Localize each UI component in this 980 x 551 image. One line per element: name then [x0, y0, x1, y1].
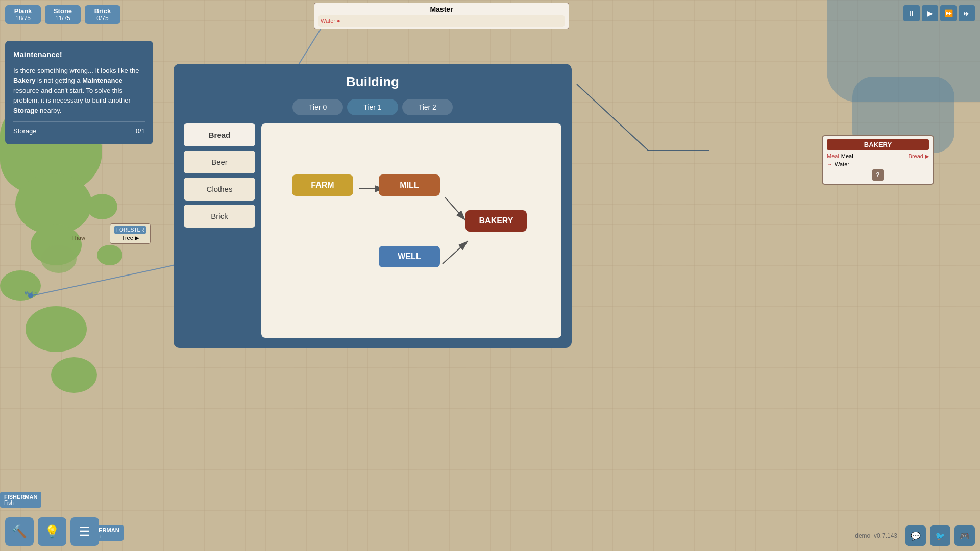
- fast-forward-button[interactable]: ⏩: [940, 5, 957, 21]
- recipe-list: Bread Beer Clothes Brick: [184, 123, 255, 338]
- plank-resource: Plank 18/75: [5, 5, 41, 24]
- bakery-water-arrow: →: [827, 161, 832, 167]
- dialog-content: Bread Beer Clothes Brick: [184, 123, 561, 338]
- playback-controls: ⏸ ▶ ⏩ ⏭: [903, 5, 975, 21]
- svg-line-8: [445, 197, 465, 220]
- plank-label: Plank: [11, 7, 35, 15]
- forester-resource: Tree ▶: [114, 235, 146, 241]
- maintenance-title: Maintenance!: [13, 49, 145, 61]
- skip-button[interactable]: ⏭: [959, 5, 975, 21]
- maintenance-text: Is there something wrong... It looks lik…: [13, 66, 145, 116]
- master-title: Master: [318, 5, 565, 13]
- version-label: demo_v0.7.143: [855, 532, 897, 539]
- tier-0-tab[interactable]: Tier 0: [292, 99, 343, 115]
- bottom-right-area: demo_v0.7.143 💬 🐦 🎮: [855, 525, 975, 546]
- dialog-title: Building: [184, 74, 561, 90]
- bakery-map-panel: BAKERY Meal Meal Bread ▶ → Water ?: [822, 135, 934, 185]
- plank-count: 18/75: [11, 15, 35, 22]
- steam-button[interactable]: 🎮: [954, 525, 975, 546]
- storage-label: Storage: [13, 126, 37, 136]
- bakery-panel-title: BAKERY: [827, 139, 929, 150]
- fisherman-sub: Fish: [4, 500, 37, 506]
- flow-diagram: FARM MILL BAKERY WELL: [261, 123, 561, 338]
- recipe-brick[interactable]: Brick: [184, 205, 255, 228]
- stone-count: 11/75: [51, 15, 75, 22]
- bakery-panel-bottom: ?: [827, 169, 929, 181]
- maintenance-panel: Maintenance! Is there something wrong...…: [5, 41, 153, 144]
- well-node: WELL: [379, 246, 440, 267]
- pause-button[interactable]: ⏸: [903, 5, 920, 21]
- recipe-clothes[interactable]: Clothes: [184, 178, 255, 201]
- menu-button[interactable]: ☰: [70, 517, 99, 546]
- top-resource-bar: Plank 18/75 Stone 11/75 Brick 0/75: [5, 5, 120, 24]
- twitter-button[interactable]: 🐦: [930, 525, 950, 546]
- mill-node: MILL: [379, 174, 440, 196]
- bakery-meal-text: Meal: [841, 153, 909, 160]
- discord-button[interactable]: 💬: [905, 525, 926, 546]
- storage-value: 0/1: [136, 126, 145, 136]
- fisherman-label: FISHERMAN: [4, 494, 37, 500]
- brick-count: 0/75: [91, 15, 114, 22]
- stone-resource: Stone 11/75: [45, 5, 81, 24]
- tier-2-tab[interactable]: Tier 2: [402, 99, 453, 115]
- tier-tabs: Tier 0 Tier 1 Tier 2: [184, 99, 561, 115]
- tier-1-tab[interactable]: Tier 1: [347, 99, 398, 115]
- bakery-meal-label: Meal: [827, 153, 839, 160]
- forester-title: FORESTER: [114, 226, 146, 234]
- bottom-toolbar: 🔨 💡 ☰: [5, 517, 99, 546]
- play-button[interactable]: ▶: [922, 5, 938, 21]
- recipe-bread[interactable]: Bread: [184, 123, 255, 146]
- svg-line-9: [443, 241, 468, 264]
- recipe-beer[interactable]: Beer: [184, 151, 255, 173]
- bakery-meal-value: Bread ▶: [909, 153, 929, 160]
- brick-label: Brick: [91, 7, 114, 15]
- water-indicator: Water ●: [321, 18, 340, 24]
- forester-panel: FORESTER Tree ▶: [110, 223, 151, 244]
- hammer-button[interactable]: 🔨: [5, 517, 34, 546]
- master-panel: Master Water ●: [314, 3, 569, 29]
- brick-resource: Brick 0/75: [85, 5, 120, 24]
- farm-node: FARM: [292, 174, 353, 196]
- bulb-button[interactable]: 💡: [38, 517, 66, 546]
- building-dialog: Building Tier 0 Tier 1 Tier 2 Bread Beer…: [174, 64, 572, 348]
- bakery-water-label: Water: [835, 161, 929, 167]
- svg-line-3: [577, 84, 648, 151]
- thaw-label: Thaw: [71, 235, 85, 241]
- storage-row: Storage 0/1: [13, 121, 145, 136]
- fisherman-panel: FISHERMAN Fish: [0, 492, 41, 508]
- bakery-node: BAKERY: [465, 210, 527, 232]
- stone-label: Stone: [51, 7, 75, 15]
- bakery-row-meal: Meal Meal Bread ▶: [827, 153, 929, 160]
- bakery-row-water: → Water: [827, 161, 929, 167]
- question-icon: ?: [872, 169, 884, 181]
